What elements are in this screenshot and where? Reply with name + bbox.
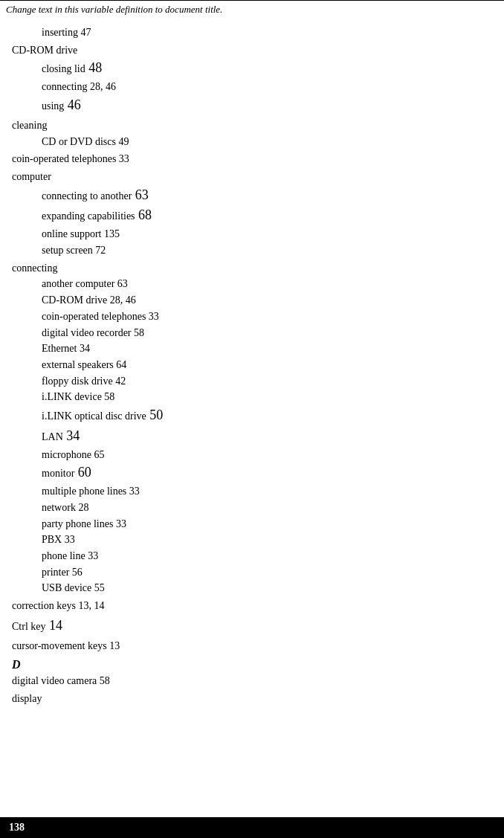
entry-text: USB device — [42, 582, 91, 593]
entry-page: 28, 46 — [87, 81, 116, 92]
entry-text: external speakers — [42, 359, 114, 370]
index-entry: coin-operated telephones 33 — [12, 309, 492, 325]
entry-page: 58 — [132, 327, 145, 338]
page-container: Change text in this variable definition … — [0, 0, 504, 838]
entry-page: 58 — [102, 391, 115, 402]
index-entry: i.LINK device 58 — [12, 389, 492, 405]
index-entry: connecting — [12, 260, 492, 277]
index-entry: Ethernet 34 — [12, 341, 492, 357]
entry-text: printer — [42, 567, 69, 578]
entry-text: phone line — [42, 550, 85, 561]
entry-page: 33 — [126, 486, 140, 497]
entry-page: 42 — [113, 376, 126, 387]
entry-page: 48 — [85, 60, 103, 75]
index-entry: cursor-movement keys 13 — [12, 638, 492, 654]
entry-text: display — [12, 693, 42, 704]
entry-page: 56 — [69, 567, 83, 578]
entry-page: 50 — [146, 407, 164, 422]
entry-page: 65 — [91, 449, 105, 460]
index-entry: connecting to another 63 — [12, 185, 492, 206]
index-entry: computer — [12, 169, 492, 185]
entry-text: connecting — [12, 262, 57, 274]
index-entry: printer 56 — [12, 564, 492, 581]
entry-text: online support — [42, 228, 102, 239]
entry-page: 33 — [116, 153, 129, 164]
entry-text: PBX — [42, 534, 62, 545]
index-entry: correction keys 13, 14 — [12, 598, 492, 614]
entry-page: 13 — [107, 640, 120, 651]
index-entry: phone line 33 — [12, 548, 492, 564]
entry-page: 55 — [91, 582, 105, 593]
entry-text: Ctrl key — [12, 621, 46, 632]
entry-text: inserting — [42, 27, 78, 38]
entry-text: CD or DVD discs — [42, 136, 116, 147]
entry-text: setup screen — [42, 245, 93, 256]
entry-text: computer — [12, 171, 51, 182]
entry-text: Ethernet — [42, 343, 77, 354]
entry-page: 60 — [74, 465, 91, 480]
entry-page: 135 — [102, 228, 120, 239]
index-entry: monitor 60 — [12, 462, 492, 483]
entry-page: 72 — [93, 245, 106, 256]
entry-text: monitor — [42, 468, 74, 479]
index-entry: multiple phone lines 33 — [12, 483, 492, 500]
index-entry: CD or DVD discs 49 — [12, 134, 492, 150]
index-entry: PBX 33 — [12, 532, 492, 548]
entry-page: 47 — [78, 27, 91, 38]
entry-text: using — [42, 100, 64, 112]
entries-container: inserting 47CD-ROM driveclosing lid 48co… — [12, 25, 492, 707]
index-entry: setup screen 72 — [12, 242, 492, 259]
entry-text: coin-operated telephones — [12, 153, 116, 164]
footer-bar: 138 — [0, 817, 504, 838]
entry-page: 68 — [135, 207, 152, 222]
index-entry: LAN 34 — [12, 426, 492, 447]
entry-text: party phone lines — [42, 518, 113, 529]
entry-text: connecting to another — [42, 190, 132, 202]
entry-page: 34 — [63, 428, 80, 443]
entry-page: 33 — [62, 534, 75, 545]
entry-page: 33 — [113, 518, 126, 529]
header-bar: Change text in this variable definition … — [0, 0, 504, 19]
entry-text: another computer — [42, 278, 114, 289]
entry-page: 46 — [64, 97, 81, 112]
index-entry: floppy disk drive 42 — [12, 373, 492, 390]
entry-page: 58 — [97, 675, 110, 686]
index-entry: external speakers 64 — [12, 357, 492, 373]
index-entry: cleaning — [12, 117, 492, 134]
index-entry: expanding capabilities 68 — [12, 205, 492, 226]
entry-page: 33 — [85, 550, 99, 561]
entry-text: CD-ROM drive — [42, 294, 107, 306]
page-number: 138 — [9, 822, 25, 833]
entry-text: digital video camera — [12, 675, 97, 686]
entry-page: 28, 46 — [107, 294, 136, 306]
index-entry: using 46 — [12, 95, 492, 116]
index-entry: microphone 65 — [12, 447, 492, 463]
index-entry: CD-ROM drive — [12, 42, 492, 59]
index-entry: network 28 — [12, 500, 492, 516]
index-entry: coin-operated telephones 33 — [12, 151, 492, 167]
entry-page: 64 — [114, 359, 127, 370]
entry-text: connecting — [42, 81, 87, 92]
index-entry: another computer 63 — [12, 276, 492, 292]
index-entry: digital video recorder 58 — [12, 325, 492, 341]
entry-page: 33 — [146, 311, 159, 322]
entry-text: LAN — [42, 431, 63, 442]
entry-text: i.LINK optical disc drive — [42, 410, 146, 422]
index-entry: display — [12, 691, 492, 707]
index-entry: closing lid 48 — [12, 58, 492, 79]
entry-page: 63 — [114, 278, 128, 289]
entry-text: correction keys — [12, 600, 76, 611]
index-entry: online support 135 — [12, 226, 492, 242]
entry-page: 34 — [77, 343, 90, 354]
entry-text: floppy disk drive — [42, 376, 113, 387]
entry-page: 13, 14 — [76, 600, 105, 611]
header-text: Change text in this variable definition … — [6, 4, 222, 15]
entry-text: microphone — [42, 449, 91, 460]
index-entry: connecting 28, 46 — [12, 79, 492, 95]
entry-text: CD-ROM drive — [12, 45, 77, 56]
index-entry: CD-ROM drive 28, 46 — [12, 292, 492, 309]
entry-text: i.LINK device — [42, 391, 102, 402]
entry-text: network — [42, 502, 76, 513]
index-entry: party phone lines 33 — [12, 516, 492, 532]
entry-text: closing lid — [42, 63, 85, 74]
